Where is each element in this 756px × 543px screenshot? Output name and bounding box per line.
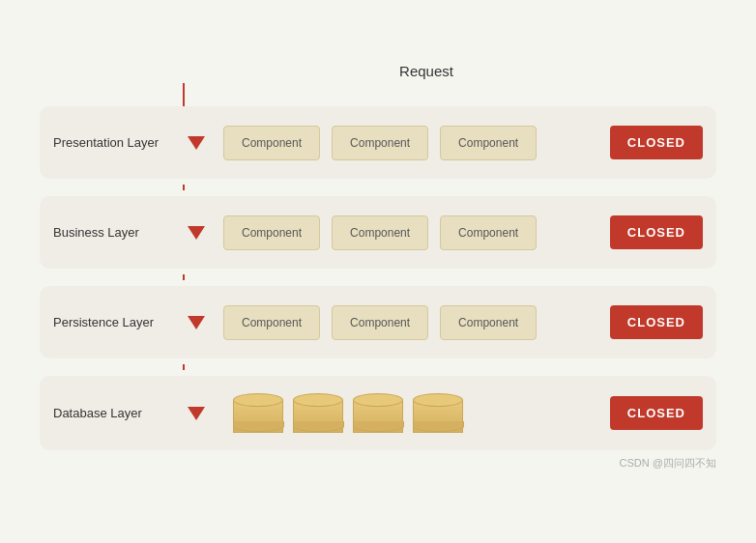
watermark: CSDN @四问四不知 — [40, 456, 716, 471]
component-box: Component — [223, 126, 320, 160]
component-box: Component — [223, 215, 320, 250]
cylinder-top — [353, 393, 403, 407]
components-area-1: Component Component Component CLOSED — [214, 215, 703, 250]
arrow-head-3 — [188, 407, 205, 420]
closed-badge-2: CLOSED — [610, 305, 703, 339]
component-box: Component — [332, 305, 428, 340]
diagram-container: Request Presentation Layer Component Com… — [20, 53, 736, 490]
request-label: Request — [136, 63, 716, 79]
closed-badge-3: CLOSED — [610, 396, 703, 430]
arrow-cell-3 — [179, 407, 214, 420]
arrow-head-0 — [188, 136, 205, 150]
arrow-cell-2 — [179, 316, 214, 329]
closed-badge-0: CLOSED — [610, 126, 703, 159]
arrow-line-v — [183, 185, 185, 190]
arrow-cell-1 — [179, 226, 214, 240]
presentation-layer-label: Presentation Layer — [53, 135, 179, 150]
arrow-segment-0 — [40, 185, 716, 190]
database-layer-label: Database Layer — [53, 406, 179, 420]
top-arrow-line — [183, 83, 185, 106]
layer-row-persistence: Persistence Layer Component Component Co… — [40, 286, 716, 358]
component-box: Component — [440, 126, 537, 160]
component-box: Component — [440, 215, 537, 250]
arrow-head-2 — [188, 316, 205, 329]
closed-badge-1: CLOSED — [610, 215, 703, 249]
cylinder-2 — [293, 393, 343, 433]
layers-wrapper: Presentation Layer Component Component C… — [40, 106, 716, 450]
cylinder-4 — [413, 393, 463, 433]
cylinder-top — [233, 393, 283, 407]
cylinder-1 — [233, 393, 283, 433]
cylinder-3 — [353, 393, 403, 433]
component-box: Component — [332, 126, 428, 160]
arrow-cell-0 — [179, 136, 214, 150]
arrow-line-v — [183, 274, 185, 280]
top-arrow-area — [40, 83, 716, 106]
components-area-2: Component Component Component CLOSED — [214, 305, 703, 340]
arrow-segment-2 — [40, 364, 716, 370]
arrow-segment-1 — [40, 274, 716, 280]
component-box: Component — [332, 215, 428, 250]
components-area-0: Component Component Component CLOSED — [214, 126, 703, 160]
component-box: Component — [440, 305, 537, 340]
cylinder-top — [413, 393, 463, 407]
arrow-head-1 — [188, 226, 205, 240]
component-box: Component — [223, 305, 320, 340]
layer-row-business: Business Layer Component Component Compo… — [40, 196, 716, 269]
layer-row-presentation: Presentation Layer Component Component C… — [40, 106, 716, 179]
layer-row-database: Database Layer — [40, 376, 716, 450]
cylinder-top — [293, 393, 343, 407]
arrow-line-v — [183, 364, 185, 370]
components-area-3: CLOSED — [214, 393, 703, 433]
persistence-layer-label: Persistence Layer — [53, 315, 179, 329]
db-cylinders — [223, 393, 463, 433]
business-layer-label: Business Layer — [53, 225, 179, 240]
